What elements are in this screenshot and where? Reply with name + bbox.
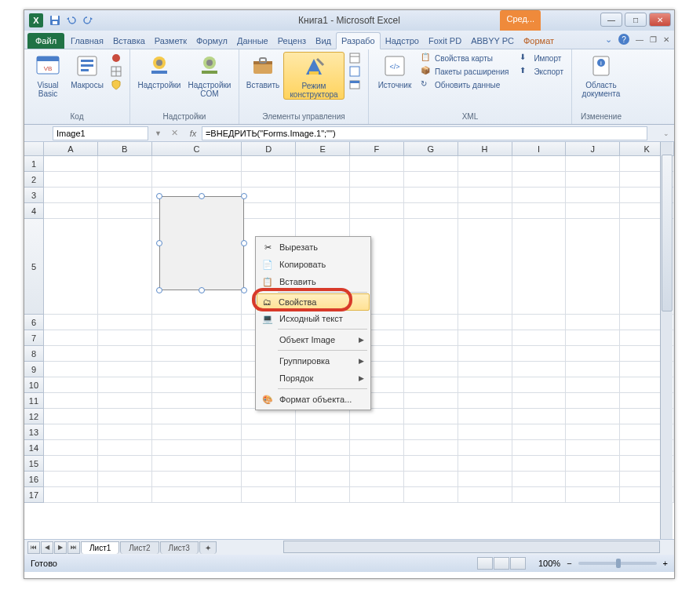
redo-icon[interactable] xyxy=(81,13,95,27)
cell[interactable] xyxy=(350,203,404,219)
cell[interactable] xyxy=(512,377,567,393)
formula-input[interactable] xyxy=(202,126,647,140)
sheet-tab-2[interactable]: Лист2 xyxy=(120,541,159,554)
cell[interactable] xyxy=(152,456,242,472)
cell[interactable] xyxy=(44,377,98,393)
cell[interactable] xyxy=(404,456,458,472)
cell[interactable] xyxy=(152,393,242,409)
cell[interactable] xyxy=(458,472,512,487)
cell[interactable] xyxy=(44,315,98,330)
cell[interactable] xyxy=(296,203,350,219)
cell[interactable] xyxy=(566,456,620,472)
document-panel-button[interactable]: i Область документа xyxy=(577,52,625,98)
cell[interactable] xyxy=(44,487,98,503)
refresh-data-button[interactable]: ↻Обновить данные xyxy=(417,78,512,91)
save-icon[interactable] xyxy=(48,13,62,27)
row-header[interactable]: 8 xyxy=(24,346,44,362)
normal-view-button[interactable] xyxy=(477,557,493,570)
cell[interactable] xyxy=(566,203,620,219)
minimize-button[interactable]: — xyxy=(600,13,622,27)
cell[interactable] xyxy=(566,362,620,377)
cell[interactable] xyxy=(242,188,296,203)
fx-icon[interactable]: fx xyxy=(184,129,202,138)
tab-foxit[interactable]: Foxit PD xyxy=(424,33,466,49)
ctx-cut[interactable]: ✂Вырезать xyxy=(257,239,369,256)
resize-handle[interactable] xyxy=(156,240,162,246)
cell[interactable] xyxy=(44,409,98,424)
workbook-restore-icon[interactable]: ❐ xyxy=(650,35,657,44)
row-header[interactable]: 1 xyxy=(24,156,44,172)
cell[interactable] xyxy=(404,472,458,487)
cell[interactable] xyxy=(98,188,152,203)
cell[interactable] xyxy=(296,440,350,456)
col-header[interactable]: B xyxy=(98,142,152,155)
cell[interactable] xyxy=(98,440,152,456)
cell[interactable] xyxy=(404,203,458,219)
tab-view[interactable]: Вид xyxy=(311,33,336,49)
cell[interactable] xyxy=(152,362,242,377)
relative-refs-button[interactable] xyxy=(108,65,125,78)
row-header[interactable]: 2 xyxy=(24,172,44,188)
cell[interactable] xyxy=(404,219,458,315)
insert-control-button[interactable]: Вставить xyxy=(244,52,282,89)
cell[interactable] xyxy=(152,424,242,440)
design-mode-button[interactable]: Режим конструктора xyxy=(283,52,345,100)
cell[interactable] xyxy=(350,409,404,424)
new-sheet-button[interactable]: ✦ xyxy=(199,541,217,554)
cancel-icon[interactable]: ✕ xyxy=(171,128,178,138)
cell[interactable] xyxy=(566,472,620,487)
cell[interactable] xyxy=(44,424,98,440)
cell[interactable] xyxy=(512,156,567,172)
zoom-thumb[interactable] xyxy=(616,559,621,568)
expansion-packs-button[interactable]: 📦Пакеты расширения xyxy=(417,65,512,78)
row-header[interactable]: 11 xyxy=(24,393,44,409)
cell[interactable] xyxy=(458,156,512,172)
cell[interactable] xyxy=(458,172,512,188)
resize-handle[interactable] xyxy=(241,287,247,293)
cell[interactable] xyxy=(566,219,620,315)
macros-button[interactable]: Макросы xyxy=(68,52,106,89)
resize-handle[interactable] xyxy=(199,193,205,199)
cell[interactable] xyxy=(512,172,567,188)
worksheet-grid[interactable]: A B C D E F G H I J K 123456789101112131… xyxy=(24,142,674,539)
expand-formula-icon[interactable]: ⌄ xyxy=(663,129,669,137)
resize-handle[interactable] xyxy=(241,193,247,199)
cell[interactable] xyxy=(458,219,512,315)
row-header[interactable]: 3 xyxy=(24,188,44,203)
tab-layout[interactable]: Разметк xyxy=(150,33,191,49)
sheet-last-button[interactable]: ⏭ xyxy=(67,541,80,554)
row-header[interactable]: 5 xyxy=(24,219,44,315)
addins-button[interactable]: Надстройки xyxy=(135,52,184,89)
cell[interactable] xyxy=(566,409,620,424)
row-header[interactable]: 17 xyxy=(24,487,44,503)
resize-handle[interactable] xyxy=(199,287,205,293)
cell[interactable] xyxy=(152,377,242,393)
cell[interactable] xyxy=(404,156,458,172)
cell[interactable] xyxy=(296,424,350,440)
cell[interactable] xyxy=(44,156,98,172)
cell[interactable] xyxy=(512,393,567,409)
cell[interactable] xyxy=(98,219,152,315)
cell[interactable] xyxy=(566,315,620,330)
col-header[interactable]: A xyxy=(44,142,98,155)
cell[interactable] xyxy=(566,346,620,362)
cell[interactable] xyxy=(98,315,152,330)
ctx-image-object[interactable]: Объект Image▶ xyxy=(257,331,369,348)
cell[interactable] xyxy=(404,330,458,346)
page-layout-view-button[interactable] xyxy=(494,557,509,570)
cell[interactable] xyxy=(512,487,567,503)
ctx-copy[interactable]: 📄Копировать xyxy=(257,256,369,273)
cell[interactable] xyxy=(404,362,458,377)
resize-handle[interactable] xyxy=(156,193,162,199)
cell[interactable] xyxy=(98,424,152,440)
cell[interactable] xyxy=(242,424,296,440)
cell[interactable] xyxy=(404,377,458,393)
cell[interactable] xyxy=(44,188,98,203)
tab-formulas[interactable]: Формул xyxy=(191,33,232,49)
cell[interactable] xyxy=(242,487,296,503)
cell[interactable] xyxy=(458,330,512,346)
cell[interactable] xyxy=(350,188,404,203)
cell[interactable] xyxy=(512,315,567,330)
cell[interactable] xyxy=(152,330,242,346)
col-header[interactable]: C xyxy=(152,142,242,155)
